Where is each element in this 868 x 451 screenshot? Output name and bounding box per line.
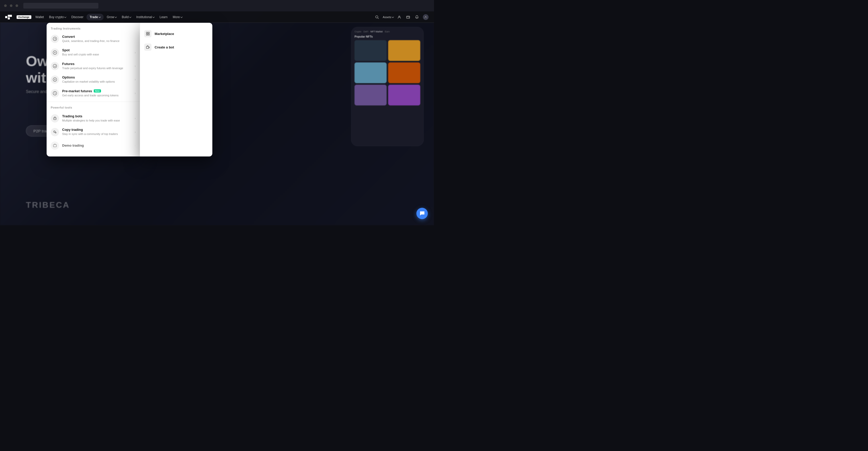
- dropdown-item-convert[interactable]: Convert Quick, seamless, and trading-fre…: [46, 32, 140, 46]
- chat-bubble-button[interactable]: [416, 208, 428, 219]
- nav-institutional[interactable]: Institutional: [134, 14, 156, 20]
- nav-wallet[interactable]: Wallet: [33, 14, 46, 20]
- svg-point-8: [54, 52, 55, 53]
- trading-bots-arrow: ›: [135, 117, 136, 120]
- browser-dot-yellow: [10, 4, 12, 7]
- dropdown-item-futures[interactable]: Futures Trade perpetual and expiry futur…: [46, 59, 140, 73]
- logo-rect: [8, 15, 12, 17]
- spot-icon: [51, 49, 59, 57]
- nav-buy-crypto[interactable]: Buy crypto: [47, 14, 68, 20]
- dropdown-item-premarket[interactable]: Pre-market futures New Get early access …: [46, 87, 140, 100]
- nav-right-actions: Assets: [374, 14, 429, 20]
- dropdown-right-panel: Marketplace Create a bot: [140, 23, 212, 156]
- assets-chevron: [392, 16, 394, 18]
- more-chevron: [180, 16, 182, 18]
- marketplace-icon: [144, 30, 152, 37]
- tribeca-label: TRIBECA: [26, 200, 70, 210]
- dropdown-item-marketplace[interactable]: Marketplace: [140, 27, 212, 40]
- assets-button[interactable]: Assets: [383, 16, 394, 19]
- svg-rect-12: [54, 118, 56, 120]
- demo-trading-content: Demo trading: [62, 144, 131, 147]
- convert-icon: [51, 35, 59, 43]
- wallet-icon-button[interactable]: [405, 14, 411, 20]
- copy-trading-content: Copy trading Stay in sync with a communi…: [62, 128, 131, 136]
- nav-learn[interactable]: Learn: [157, 14, 169, 20]
- browser-dot-red: [4, 4, 7, 7]
- options-icon: [51, 76, 59, 84]
- spot-desc: Buy and sell crypto with ease: [62, 53, 131, 57]
- browser-chrome: [0, 0, 434, 11]
- logo-square-1: [5, 16, 7, 18]
- futures-title: Futures: [62, 62, 131, 66]
- create-bot-icon: [144, 43, 152, 51]
- nft-item-6: [388, 85, 420, 106]
- premarket-arrow: ›: [135, 91, 136, 95]
- tools-divider: [46, 101, 140, 102]
- account-icon-button[interactable]: [396, 14, 402, 20]
- svg-line-1: [377, 18, 379, 19]
- trading-instruments-title: Trading Instruments: [46, 27, 140, 32]
- logo[interactable]: [5, 14, 13, 20]
- svg-point-13: [54, 118, 55, 119]
- svg-point-14: [55, 118, 56, 119]
- svg-rect-20: [146, 34, 148, 35]
- copy-trading-arrow: ›: [135, 130, 136, 134]
- notification-icon-button[interactable]: [414, 14, 420, 20]
- browser-addressbar[interactable]: [23, 3, 98, 8]
- copy-trading-title: Copy trading: [62, 128, 131, 131]
- nav-discover[interactable]: Discover: [69, 14, 86, 20]
- new-badge: New: [94, 89, 101, 92]
- trading-bots-title: Trading bots: [62, 114, 131, 118]
- phone-tab-crypto: Crypto: [354, 30, 362, 33]
- svg-rect-18: [146, 32, 148, 33]
- convert-content: Convert Quick, seamless, and trading-fre…: [62, 35, 136, 43]
- build-chevron: [129, 16, 131, 18]
- nav-grow[interactable]: Grow: [104, 14, 119, 20]
- demo-trading-icon: [51, 142, 59, 150]
- phone-tab-earn: Earn: [385, 30, 390, 33]
- dropdown-item-spot[interactable]: Spot Buy and sell crypto with ease ›: [46, 46, 140, 59]
- svg-point-4: [409, 17, 409, 18]
- futures-arrow: ›: [135, 64, 136, 68]
- trading-bots-icon: [51, 114, 59, 123]
- futures-icon: [51, 62, 59, 70]
- options-desc: Capitalize on market volatility with opt…: [62, 80, 131, 84]
- powerful-tools-title: Powerful tools: [51, 106, 136, 109]
- copy-trading-desc: Stay in sync with a community of top tra…: [62, 132, 131, 136]
- svg-rect-21: [148, 34, 149, 35]
- buy-crypto-chevron: [64, 16, 66, 18]
- spot-arrow: ›: [135, 51, 136, 54]
- top-navigation: Exchange Wallet Buy crypto Discover Trad…: [0, 11, 434, 23]
- nft-item-2: [388, 40, 420, 61]
- trading-bots-content: Trading bots Multiple strategies to help…: [62, 114, 131, 123]
- nav-more[interactable]: More: [170, 14, 184, 20]
- trade-chevron: [99, 16, 101, 18]
- nft-item-5: [354, 85, 386, 106]
- dropdown-item-trading-bots[interactable]: Trading bots Multiple strategies to help…: [46, 112, 140, 125]
- marketplace-label: Marketplace: [155, 32, 174, 36]
- dropdown-item-create-bot[interactable]: Create a bot: [140, 40, 212, 54]
- svg-rect-19: [148, 32, 149, 33]
- dropdown-item-copy-trading[interactable]: Copy trading Stay in sync with a communi…: [46, 125, 140, 139]
- dropdown-item-demo-trading[interactable]: Demo trading ›: [46, 139, 140, 152]
- browser-dot-green: [16, 4, 18, 7]
- trade-dropdown: Trading Instruments Convert Quick, seaml…: [46, 23, 212, 156]
- exchange-badge[interactable]: Exchange: [17, 15, 31, 19]
- svg-rect-3: [407, 16, 410, 19]
- nft-item-1: [354, 40, 386, 61]
- convert-title: Convert: [62, 35, 136, 39]
- svg-point-15: [54, 131, 55, 132]
- futures-content: Futures Trade perpetual and expiry futur…: [62, 62, 131, 70]
- spot-content: Spot Buy and sell crypto with ease: [62, 48, 131, 57]
- phone-mockup: Crypto DeFi NFT Market Earn Popular NFTs: [351, 27, 424, 146]
- copy-trading-icon: [51, 128, 59, 136]
- nav-trade-active[interactable]: Trade: [87, 14, 103, 21]
- options-content: Options Capitalize on market volatility …: [62, 76, 131, 84]
- nft-item-4: [388, 62, 420, 83]
- dropdown-item-options[interactable]: Options Capitalize on market volatility …: [46, 73, 140, 86]
- nav-build[interactable]: Build: [120, 14, 133, 20]
- avatar-button[interactable]: [423, 14, 429, 20]
- options-title: Options: [62, 76, 131, 79]
- premarket-content: Pre-market futures New Get early access …: [62, 89, 131, 97]
- search-button[interactable]: [374, 14, 380, 20]
